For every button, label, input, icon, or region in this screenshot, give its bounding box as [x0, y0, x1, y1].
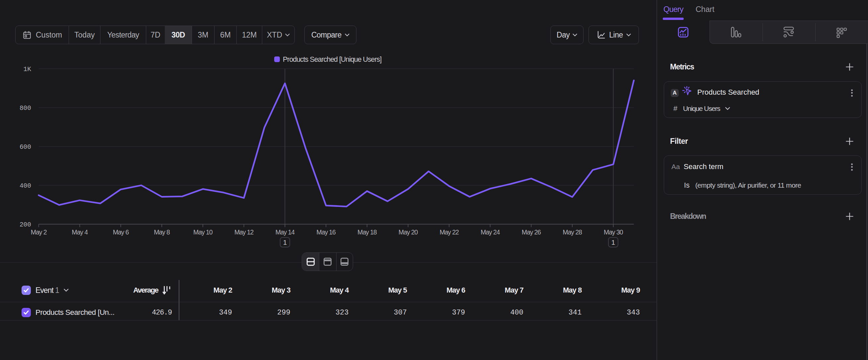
svg-text:800: 800 — [20, 105, 31, 112]
svg-text:May 24: May 24 — [481, 228, 500, 236]
svg-text:May 2: May 2 — [31, 228, 47, 236]
svg-text:May 10: May 10 — [193, 228, 213, 236]
svg-text:May 8: May 8 — [154, 228, 170, 236]
svg-text:May 6: May 6 — [113, 228, 129, 236]
svg-text:May 28: May 28 — [563, 228, 582, 236]
svg-text:1K: 1K — [24, 66, 31, 73]
svg-text:400: 400 — [20, 182, 31, 190]
svg-text:May 12: May 12 — [235, 228, 254, 236]
svg-text:May 20: May 20 — [399, 228, 418, 236]
svg-text:May 26: May 26 — [522, 228, 541, 236]
svg-text:May 14: May 14 — [276, 228, 295, 236]
svg-text:May 4: May 4 — [72, 228, 88, 236]
svg-text:May 30: May 30 — [604, 228, 623, 236]
svg-text:May 16: May 16 — [317, 228, 336, 236]
svg-text:600: 600 — [20, 143, 31, 151]
svg-text:May 18: May 18 — [358, 228, 377, 236]
svg-text:200: 200 — [20, 221, 31, 228]
svg-text:May 22: May 22 — [440, 228, 459, 236]
